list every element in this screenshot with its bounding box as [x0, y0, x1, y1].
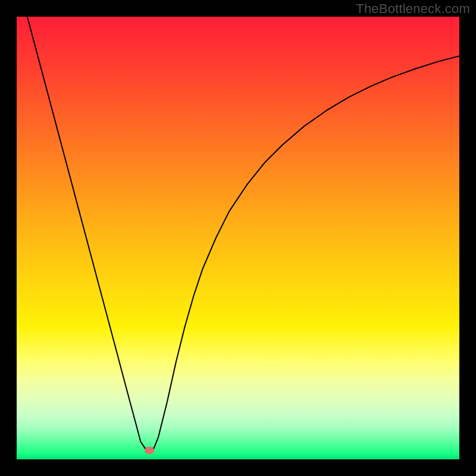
bottleneck-chart	[17, 17, 459, 459]
plot-area	[17, 17, 459, 459]
min-marker-dot	[145, 447, 154, 455]
gradient-background	[17, 17, 459, 459]
watermark-text: TheBottleneck.com	[356, 1, 470, 17]
chart-frame: TheBottleneck.com	[0, 0, 476, 476]
